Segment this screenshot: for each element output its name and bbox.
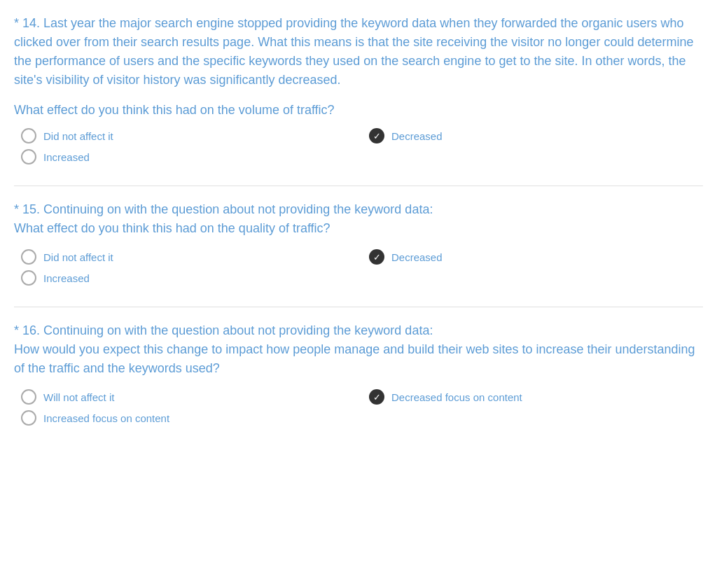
q14-check-decreased: ✓ [369, 128, 384, 144]
q16-radio-will-not-affect[interactable] [21, 389, 36, 405]
q14-option-increased[interactable]: Increased [21, 149, 355, 164]
q15-radio-increased[interactable] [21, 270, 36, 286]
q14-label-decreased: Decreased [391, 130, 443, 142]
divider-14-15 [14, 186, 703, 186]
q15-text: * 15. Continuing on with the question ab… [14, 200, 703, 238]
q16-text: * 16. Continuing on with the question ab… [14, 321, 703, 378]
q16-option-increased-focus[interactable]: Increased focus on content [21, 410, 355, 426]
q15-number: * 15. [14, 202, 40, 216]
question-14: * 14. Last year the major search engine … [14, 14, 703, 164]
q16-check-decreased-focus: ✓ [369, 389, 384, 405]
q16-option-decreased-focus[interactable]: ✓ Decreased focus on content [369, 389, 703, 405]
q14-option-decreased[interactable]: ✓ Decreased [369, 128, 703, 144]
q14-radio-did-not-affect[interactable] [21, 128, 36, 144]
q16-label-decreased-focus: Decreased focus on content [391, 391, 522, 403]
q14-number: * 14. [14, 16, 40, 30]
q15-label-decreased: Decreased [391, 251, 443, 263]
question-15: * 15. Continuing on with the question ab… [14, 200, 703, 286]
q15-label-increased: Increased [43, 272, 90, 284]
q16-label-increased-focus: Increased focus on content [43, 412, 169, 424]
q16-label-will-not-affect: Will not affect it [43, 391, 114, 403]
q14-label-did-not-affect: Did not affect it [43, 130, 113, 142]
q15-option-decreased[interactable]: ✓ Decreased [369, 249, 703, 265]
q15-option-increased[interactable]: Increased [21, 270, 355, 286]
q16-number: * 16. [14, 323, 40, 337]
q14-options: Did not affect it ✓ Decreased Increased [14, 128, 703, 164]
q14-label-increased: Increased [43, 151, 90, 163]
q15-label-did-not-affect: Did not affect it [43, 251, 113, 263]
q16-option-will-not-affect[interactable]: Will not affect it [21, 389, 355, 405]
q15-radio-did-not-affect[interactable] [21, 249, 36, 265]
q14-radio-increased[interactable] [21, 149, 36, 164]
q14-sub: What effect do you think this had on the… [14, 101, 703, 120]
divider-15-16 [14, 307, 703, 307]
q16-options: Will not affect it ✓ Decreased focus on … [14, 389, 703, 426]
q14-text: * 14. Last year the major search engine … [14, 14, 703, 90]
q16-radio-increased-focus[interactable] [21, 410, 36, 426]
q14-option-did-not-affect[interactable]: Did not affect it [21, 128, 355, 144]
question-16: * 16. Continuing on with the question ab… [14, 321, 703, 426]
q15-option-did-not-affect[interactable]: Did not affect it [21, 249, 355, 265]
q15-options: Did not affect it ✓ Decreased Increased [14, 249, 703, 286]
q15-check-decreased: ✓ [369, 249, 384, 265]
